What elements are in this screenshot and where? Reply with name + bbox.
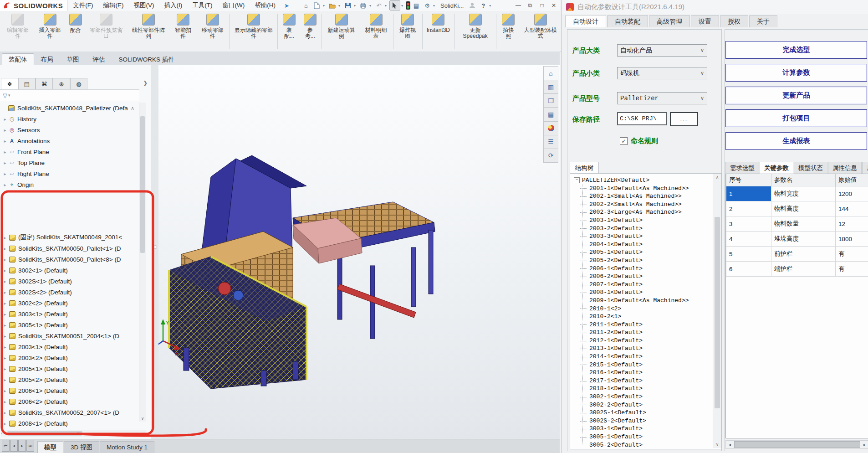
col-index-header[interactable]: 序号 bbox=[726, 174, 771, 186]
sync-icon[interactable]: ⟳ bbox=[543, 149, 558, 163]
param-index-cell[interactable]: 5 bbox=[726, 247, 771, 262]
component-tree-item[interactable]: ▸ 2008<1> (Default) bbox=[1, 418, 138, 429]
assembly-3d-model[interactable] bbox=[158, 134, 475, 389]
caret-icon[interactable]: ▾ bbox=[369, 4, 373, 8]
dimxpert-tab-icon[interactable]: ⊕ bbox=[53, 78, 70, 89]
structure-tree-item[interactable]: 2002-2<Small<As Machined>> bbox=[574, 201, 710, 209]
expand-arrow-icon[interactable]: ▸ bbox=[2, 334, 8, 339]
col-value-header[interactable]: 原始值 bbox=[836, 174, 868, 186]
structure-tree-item[interactable]: 2003-3<Default> bbox=[574, 232, 710, 241]
expand-arrow-icon[interactable]: ▸ bbox=[2, 268, 8, 273]
component-tree-item[interactable]: ▸ 2005<1> (Default) bbox=[1, 363, 138, 374]
ribbon-button[interactable]: 爆炸视图 bbox=[394, 11, 421, 51]
ribbon-button[interactable]: 大型装配体模式 bbox=[519, 11, 562, 51]
component-tree-item[interactable]: ▸ SolidKits_SKATM00050_Pallet<8> (D bbox=[1, 254, 138, 265]
tree-root-item[interactable]: SolidKits_SKATM00048_Palletizer (Defa ∧ bbox=[1, 103, 138, 113]
plugin-tab[interactable]: 自动设计 bbox=[565, 15, 606, 27]
tree-item[interactable]: ▸ A Annotations bbox=[1, 135, 138, 146]
file-explorer-icon[interactable]: ❒ bbox=[543, 94, 558, 108]
parameter-row[interactable]: 1 物料宽度 1200 bbox=[726, 186, 868, 201]
expand-arrow-icon[interactable]: ▸ bbox=[2, 160, 8, 165]
tree-item[interactable]: ▸ ▱ Front Plane bbox=[1, 146, 138, 157]
expand-arrow-icon[interactable]: ▸ bbox=[2, 235, 8, 240]
ribbon-button[interactable]: 新建运动算例 bbox=[323, 11, 360, 51]
tree-item[interactable]: ▸ ◷ History bbox=[1, 113, 138, 124]
structure-tree-item[interactable]: 2001-1<Default<As Machined>> bbox=[574, 185, 710, 193]
scroll-up-icon[interactable]: ∧ bbox=[713, 175, 721, 180]
table-horizontal-scrollbar[interactable]: ◂ ▸ bbox=[725, 440, 868, 449]
product-category-select[interactable]: 自动化产品 ∨ bbox=[617, 44, 707, 57]
structure-tree-item[interactable]: 2017-1<Default> bbox=[574, 377, 710, 385]
component-tree-item[interactable]: ▸ (固定) SolidKits_SKATM00049_2001< bbox=[1, 232, 138, 243]
component-tree-item[interactable]: ▸ 2006<2> (Default) bbox=[1, 396, 138, 407]
panel-expand-chevron-icon[interactable]: ❯ bbox=[143, 80, 148, 86]
menu-item[interactable]: 窗口(W) bbox=[218, 0, 250, 11]
parameter-row[interactable]: 4 堆垛高度 1800 bbox=[726, 232, 868, 247]
param-index-cell[interactable]: 3 bbox=[726, 216, 771, 232]
last-tab-icon[interactable]: ⏭ bbox=[26, 440, 34, 452]
scroll-right-icon[interactable]: › bbox=[143, 431, 145, 436]
component-tree-item[interactable]: ▸ 3002S<1> (Default) bbox=[1, 276, 138, 287]
scroll-right-icon[interactable]: ▸ bbox=[861, 442, 868, 447]
scroll-down-icon[interactable]: ∨ bbox=[139, 416, 146, 421]
panel-splitter[interactable] bbox=[151, 65, 159, 439]
ribbon-button[interactable] bbox=[322, 14, 322, 49]
component-tree-item[interactable]: ▸ SolidKits_SKATM00050_Pallet<1> (D bbox=[1, 243, 138, 254]
parameter-tab[interactable]: 属性信息 bbox=[828, 162, 862, 174]
param-index-cell[interactable]: 4 bbox=[726, 232, 771, 247]
ribbon-button[interactable]: 智能扣件 bbox=[170, 11, 197, 51]
ribbon-button[interactable] bbox=[454, 14, 454, 49]
ribbon-button[interactable]: 拍快照 bbox=[497, 11, 519, 51]
col-name-header[interactable]: 参数名 bbox=[771, 174, 836, 186]
structure-tree-item[interactable]: 2002-1<Small<As Machined>> bbox=[574, 192, 710, 201]
plugin-tab[interactable]: 授权 bbox=[720, 15, 748, 27]
naming-rule-checkbox[interactable]: ✓ 命名规则 bbox=[620, 137, 658, 145]
menu-item[interactable]: 编辑(E) bbox=[98, 0, 129, 11]
ribbon-button[interactable]: 线性零部件阵列 bbox=[128, 11, 170, 51]
structure-tree-item[interactable]: 2011-2<Default> bbox=[574, 329, 710, 337]
expand-arrow-icon[interactable]: ▸ bbox=[2, 128, 8, 133]
component-tree-item[interactable]: ▸ 3003<1> (Default) bbox=[1, 309, 138, 319]
ribbon-button[interactable]: 配合 bbox=[66, 11, 85, 51]
component-tree-item[interactable]: ▸ 2005<2> (Default) bbox=[1, 374, 138, 385]
pack-project-button[interactable]: 打包项目 bbox=[725, 109, 867, 127]
param-name-cell[interactable]: 物料宽度 bbox=[771, 186, 836, 201]
home-icon[interactable]: ⌂ bbox=[543, 66, 558, 80]
ribbon-button[interactable]: 零部件预览窗口 bbox=[85, 11, 128, 51]
commandmanager-tab[interactable]: 评估 bbox=[86, 53, 112, 65]
tree-horizontal-scrollbar[interactable]: ‹ › bbox=[1, 430, 146, 437]
expand-arrow-icon[interactable]: ▸ bbox=[2, 345, 8, 350]
save-icon[interactable] bbox=[343, 1, 353, 10]
structure-tree-item[interactable]: 2009-1<Default<As Machined>> bbox=[574, 297, 710, 305]
structure-tree-item[interactable]: 3002-2<Default> bbox=[574, 401, 710, 409]
document-tab[interactable]: 3D 视图 bbox=[64, 441, 99, 453]
featuremanager-tab-icon[interactable]: ❖ bbox=[1, 78, 18, 89]
param-index-cell[interactable]: 6 bbox=[726, 262, 771, 277]
splitter-handle[interactable] bbox=[153, 245, 157, 249]
minimize-icon[interactable]: — bbox=[512, 2, 524, 9]
structure-tree-item[interactable]: 3005-1<Default> bbox=[574, 433, 710, 441]
browse-button[interactable]: ... bbox=[670, 112, 698, 126]
ribbon-button[interactable]: 装配... bbox=[279, 11, 300, 51]
plugin-tab[interactable]: 高级管理 bbox=[649, 15, 690, 27]
expand-arrow-icon[interactable]: ▸ bbox=[2, 355, 8, 360]
structure-tree-item[interactable]: 2011-1<Default> bbox=[574, 321, 710, 329]
param-name-cell[interactable]: 端护栏 bbox=[771, 262, 836, 277]
structure-tree-item[interactable]: 2010-2<1> bbox=[574, 313, 710, 321]
tree-filter-bar[interactable]: ▽ ▾ bbox=[0, 89, 139, 101]
options-list-icon[interactable]: ▤ bbox=[411, 1, 421, 10]
prev-tab-icon[interactable]: ◂ bbox=[10, 440, 18, 452]
expand-arrow-icon[interactable]: ▸ bbox=[2, 312, 8, 317]
scrollbar-thumb[interactable] bbox=[7, 431, 82, 436]
param-value-cell[interactable]: 12 bbox=[836, 216, 868, 232]
expand-arrow-icon[interactable]: ▸ bbox=[2, 301, 8, 306]
update-product-button[interactable]: 更新产品 bbox=[725, 87, 867, 104]
product-model-select[interactable]: Palletizer ∨ bbox=[617, 92, 707, 104]
select-tool-icon[interactable] bbox=[389, 0, 400, 10]
document-tab[interactable]: Motion Study 1 bbox=[100, 441, 154, 453]
expand-arrow-icon[interactable]: ▸ bbox=[2, 410, 8, 415]
first-tab-icon[interactable]: ⏮ bbox=[2, 440, 10, 452]
structure-tree-item[interactable]: 2012-1<Default> bbox=[574, 337, 710, 345]
param-name-cell[interactable]: 前护栏 bbox=[771, 247, 836, 262]
component-tree-item[interactable]: ▸ 3002S<2> (Default) bbox=[1, 287, 138, 298]
